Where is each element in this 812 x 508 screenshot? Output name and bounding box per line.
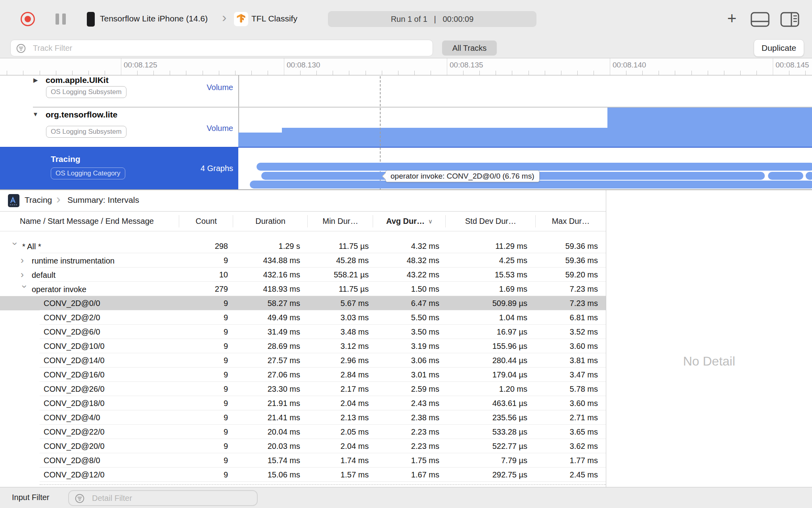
track-filter-bar: All Tracks Duplicate (0, 38, 812, 58)
all-tracks-button[interactable]: All Tracks (442, 40, 497, 56)
row-max-cell: 3.47 ms (536, 368, 606, 382)
timeline-ruler[interactable]: 00:08.12500:08.13000:08.13500:08.14000:0… (0, 58, 812, 75)
pause-button[interactable] (56, 13, 66, 25)
toggle-right-sidebar-button[interactable] (780, 12, 799, 27)
iphone-device-icon (87, 12, 95, 27)
disclosure-expanded-icon[interactable]: › (8, 242, 22, 250)
table-row[interactable]: CONV_2D@2/0949.49 ms3.03 ms5.50 ms1.04 m… (0, 310, 606, 325)
column-header-name[interactable]: Name / Start Message / End Message (0, 212, 179, 231)
row-count-cell: 9 (179, 325, 233, 339)
duplicate-button[interactable]: Duplicate (754, 39, 804, 57)
ruler-minor-tick (512, 71, 512, 75)
row-name-cell: CONV_2D@14/0 (0, 353, 179, 368)
disclosure-expanded-icon[interactable]: › (17, 285, 32, 293)
row-count-cell: 9 (179, 353, 233, 368)
device-selector[interactable]: Tensorflow Lite iPhone (14.6) (100, 14, 208, 23)
ruler-minor-tick (235, 71, 236, 75)
ruler-minor-tick (431, 71, 431, 75)
breadcrumb-item-tracing[interactable]: Tracing (25, 195, 52, 205)
interval-bar[interactable] (768, 172, 803, 180)
table-row[interactable]: ›default10432.16 ms558.21 µs43.22 ms15.5… (0, 267, 606, 282)
table-row[interactable]: CONV_2D@4/0921.41 ms2.13 ms2.38 ms235.56… (0, 410, 606, 425)
column-header-min[interactable]: Min Dur… (308, 212, 373, 231)
column-header-stddev[interactable]: Std Dev Dur… (446, 212, 536, 231)
column-header-avg[interactable]: Avg Dur…∨ (373, 212, 446, 231)
row-std_dev-cell: 522.77 µs (446, 439, 536, 453)
row-duration-cell: 27.57 ms (233, 353, 308, 368)
ruler-minor-tick (740, 71, 741, 75)
table-row[interactable]: CONV_2D@10/0928.69 ms3.12 ms3.19 ms155.9… (0, 339, 606, 353)
column-header-duration[interactable]: Duration (233, 212, 308, 231)
ruler-minor-tick (40, 71, 40, 75)
row-avg-cell: 3.19 ms (373, 339, 446, 353)
row-std_dev-cell: 15.53 ms (446, 267, 536, 282)
ruler-minor-tick (300, 71, 301, 75)
ruler-minor-tick (186, 71, 186, 75)
table-row[interactable]: CONV_2D@6/0931.49 ms3.48 ms3.50 ms16.97 … (0, 325, 606, 339)
table-row[interactable]: ›operator invoke279418.93 ms11.75 µs1.50… (0, 282, 606, 296)
table-row[interactable]: CONV_2D@22/0920.04 ms2.05 ms2.23 ms533.2… (0, 425, 606, 439)
row-std_dev-cell: 7.79 µs (446, 453, 536, 468)
row-name-cell: ›operator invoke (0, 282, 179, 296)
table-row[interactable]: CONV_2D@16/0927.06 ms2.84 ms3.01 ms179.0… (0, 368, 606, 382)
track-name-tracing: Tracing (51, 154, 80, 164)
row-name-cell: CONV_2D@4/0 (0, 410, 179, 425)
table-row[interactable]: CONV_2D@14/0927.57 ms2.96 ms3.06 ms280.4… (0, 353, 606, 368)
detail-filter-input[interactable] (68, 490, 258, 506)
track-name-tensorflow[interactable]: org.tensorflow.lite (46, 110, 117, 119)
row-std_dev-cell: 280.44 µs (446, 353, 536, 368)
ruler-minor-tick (479, 71, 480, 75)
ruler-minor-tick (708, 71, 708, 75)
ruler-minor-tick (626, 71, 626, 75)
row-name-cell: CONV_2D@0/0 (0, 296, 179, 310)
row-max-cell: 3.52 ms (536, 325, 606, 339)
ruler-minor-tick (529, 71, 529, 75)
add-instrument-button[interactable]: + (724, 9, 740, 28)
ruler-minor-tick (333, 71, 333, 75)
table-row[interactable]: ›* All *2981.29 s11.75 µs4.32 ms11.29 ms… (0, 239, 606, 253)
row-duration-cell: 21.41 ms (233, 410, 308, 425)
ruler-minor-tick (268, 71, 268, 75)
disclosure-collapsed-icon[interactable]: › (21, 267, 29, 282)
row-avg-cell: 5.50 ms (373, 310, 446, 325)
table-row[interactable]: CONV_2D@8/0915.74 ms1.74 ms1.75 ms7.79 µ… (0, 453, 606, 468)
ruler-tick-label: 00:08.130 (287, 61, 320, 69)
track-area: ▶ com.apple.UIKit OS Logging Subsystem V… (0, 75, 812, 189)
lane-label-volume: Volume (0, 124, 233, 133)
interval-bar[interactable] (257, 163, 812, 171)
disclosure-expanded-icon[interactable]: ▼ (33, 111, 38, 117)
record-icon (25, 16, 31, 22)
row-avg-cell: 2.23 ms (373, 425, 446, 439)
table-row[interactable]: CONV_2D@20/0920.03 ms2.04 ms2.23 ms522.7… (0, 439, 606, 453)
table-row[interactable]: CONV_2D@12/0915.06 ms1.57 ms1.67 ms292.7… (0, 468, 606, 482)
ruler-minor-tick (316, 71, 317, 75)
row-max-cell: 59.20 ms (536, 267, 606, 282)
row-duration-cell: 434.88 ms (233, 253, 308, 267)
table-row[interactable]: ›runtime instrumentation9434.88 ms45.28 … (0, 253, 606, 267)
table-row[interactable]: CONV_2D@18/0921.91 ms2.04 ms2.43 ms463.6… (0, 396, 606, 410)
breadcrumb-item-summary[interactable]: Summary: Intervals (67, 195, 139, 205)
record-button[interactable] (21, 12, 35, 26)
pause-icon (56, 13, 59, 25)
row-max-cell: 3.60 ms (536, 339, 606, 353)
disclosure-collapsed-icon[interactable]: › (21, 253, 29, 267)
table-row[interactable]: CONV_2D@0/0958.27 ms5.67 ms6.47 ms509.89… (0, 296, 606, 310)
row-std_dev-cell: 509.89 µs (446, 296, 536, 310)
column-header-count[interactable]: Count (179, 212, 233, 231)
column-header-avg-label: Avg Dur… (386, 217, 425, 226)
column-header-max[interactable]: Max Dur… (536, 212, 606, 231)
instrument-icon (8, 194, 19, 209)
row-duration-cell: 28.69 ms (233, 339, 308, 353)
interval-bar[interactable] (806, 172, 812, 180)
toggle-bottom-pane-button[interactable] (751, 12, 770, 27)
row-duration-cell: 31.49 ms (233, 325, 308, 339)
track-header-tracing[interactable]: Tracing OS Logging Category 4 Graphs (0, 148, 238, 189)
row-min-cell: 2.04 ms (308, 439, 373, 453)
row-duration-cell: 432.16 ms (233, 267, 308, 282)
target-selector[interactable]: TFL Classify (251, 14, 297, 23)
ruler-minor-tick (105, 71, 105, 75)
table-row[interactable]: CONV_2D@26/0923.30 ms2.17 ms2.59 ms1.20 … (0, 382, 606, 396)
row-max-cell: 5.78 ms (536, 382, 606, 396)
ruler-minor-tick (366, 71, 366, 75)
track-filter-input[interactable] (10, 40, 433, 56)
